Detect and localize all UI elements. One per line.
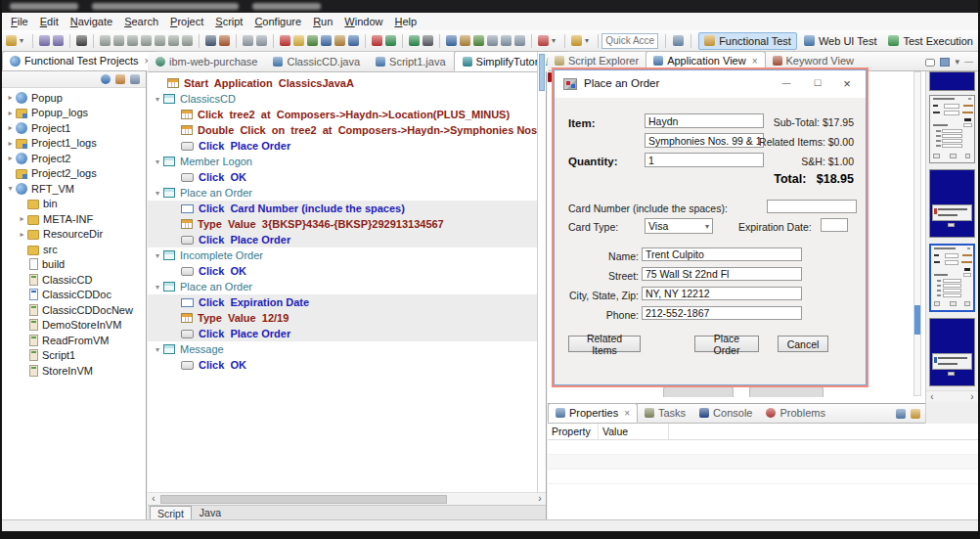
editor-tab-script1-java[interactable]: Script1.java xyxy=(368,51,453,71)
tree-item-demostoreinvm[interactable]: DemoStoreInVM xyxy=(2,318,146,334)
script-step[interactable]: Click OK xyxy=(148,263,546,279)
dialog-titlebar[interactable]: Place an Order xyxy=(555,70,866,98)
pin-icon[interactable] xyxy=(911,409,920,419)
tree-item-rft-vm[interactable]: ▾RFT_VM xyxy=(2,181,146,197)
step-over-icon[interactable] xyxy=(168,35,179,46)
editor-vscrollbar[interactable] xyxy=(537,52,546,519)
save-icon[interactable] xyxy=(39,35,50,46)
tree-item-build[interactable]: build xyxy=(2,257,146,273)
menu-window[interactable]: Window xyxy=(338,15,388,28)
script-group[interactable]: ▾Incomplete Order xyxy=(148,247,546,263)
dialog-close-icon[interactable] xyxy=(840,76,854,91)
tree-item-classiccddoc[interactable]: ClassicCDDoc xyxy=(2,288,146,303)
pause-icon[interactable] xyxy=(113,35,124,46)
editor-tab-ibm-web-purchase[interactable]: ibm-web-purchase xyxy=(148,51,265,71)
place-order-button[interactable]: Place Order xyxy=(694,336,759,352)
script-step[interactable]: Click tree2 at Composers->Haydn->Locatio… xyxy=(148,107,546,122)
script-group[interactable]: ▾ClassicsCD xyxy=(148,91,546,107)
group-expanded-icon[interactable]: ▾ xyxy=(152,189,163,198)
tree-collapsed-icon[interactable]: ▸ xyxy=(5,93,16,102)
tab-java[interactable]: Java xyxy=(192,506,229,519)
save-all-icon[interactable] xyxy=(53,35,64,46)
profile-icon[interactable] xyxy=(141,35,152,46)
screenshot-thumb-3[interactable] xyxy=(929,169,975,238)
quick-access-input[interactable] xyxy=(601,33,658,49)
group-expanded-icon[interactable]: ▾ xyxy=(152,157,163,166)
screenshot-thumb-4[interactable] xyxy=(929,244,975,312)
tree-item-resourcedir[interactable]: ▸ResourceDir xyxy=(2,227,146,243)
tree-item-readfromvm[interactable]: ReadFromVM xyxy=(2,333,146,348)
city-state-zip-field[interactable] xyxy=(642,287,802,300)
step-into-icon[interactable] xyxy=(155,35,165,46)
scroll-left-icon[interactable] xyxy=(926,391,938,404)
card-type-select[interactable]: Visa xyxy=(645,218,713,234)
tab-tasks[interactable]: Tasks xyxy=(638,403,692,423)
close-icon[interactable] xyxy=(750,55,758,67)
script-step[interactable]: Click Place Order xyxy=(148,232,546,247)
script-step[interactable]: Click Place Order xyxy=(148,138,546,154)
run-config-icon[interactable] xyxy=(409,35,420,46)
perspective-web-ui-test[interactable]: Web UI Test xyxy=(799,33,882,49)
collapse-all-icon[interactable] xyxy=(101,74,111,84)
quantity-field[interactable] xyxy=(645,153,764,167)
open-test-object-icon[interactable] xyxy=(334,35,345,46)
menu-project[interactable]: Project xyxy=(164,15,209,28)
cancel-button[interactable]: Cancel xyxy=(778,336,828,352)
scroll-right-icon[interactable] xyxy=(966,391,978,404)
script-group[interactable]: ▾Message xyxy=(148,341,546,357)
tab-problems[interactable]: Problems xyxy=(759,403,831,423)
card-number-field[interactable] xyxy=(767,200,857,213)
view-menu-icon[interactable] xyxy=(130,74,140,84)
menu-help[interactable]: Help xyxy=(388,15,423,28)
script-step[interactable]: Click OK xyxy=(148,357,546,373)
expiration-field[interactable] xyxy=(821,218,848,232)
browser-manager-icon[interactable] xyxy=(348,35,359,46)
script-step[interactable]: Click OK xyxy=(148,169,546,185)
view-menu-icon[interactable] xyxy=(955,58,959,67)
item-field-2[interactable] xyxy=(645,133,764,148)
tree-item-storeinvm[interactable]: StoreInVM xyxy=(2,363,146,379)
record-monitor-icon[interactable] xyxy=(372,35,382,46)
scrollbar-thumb[interactable] xyxy=(160,495,447,504)
tab-script[interactable]: Script xyxy=(150,506,192,519)
redo-icon[interactable] xyxy=(256,35,267,46)
perspective-functional-test[interactable]: Functional Test xyxy=(698,32,797,50)
tree-item-popup-logs[interactable]: ▸Popup_logs xyxy=(2,106,146,121)
table-row[interactable] xyxy=(548,470,978,484)
script-step[interactable]: Start Application ClassicsJavaA xyxy=(148,75,546,91)
screenshot-icon[interactable] xyxy=(940,58,950,67)
insert-vp-icon[interactable] xyxy=(473,35,484,46)
script-group[interactable]: ▾Place an Order xyxy=(148,279,546,294)
find-literals-icon[interactable] xyxy=(460,35,470,46)
editor-hscrollbar[interactable] xyxy=(148,492,546,505)
tree-collapsed-icon[interactable]: ▸ xyxy=(5,109,16,117)
item-field-1[interactable] xyxy=(645,113,764,128)
tree-item-popup[interactable]: ▸Popup xyxy=(2,90,146,106)
tree-item-src[interactable]: src xyxy=(2,242,146,257)
run-icon[interactable] xyxy=(100,35,111,46)
insert-recording-icon[interactable] xyxy=(219,35,230,46)
highlight-icon[interactable] xyxy=(571,35,582,46)
step-return-icon[interactable] xyxy=(182,35,193,46)
chevron-down-icon[interactable] xyxy=(552,36,558,45)
playback-icon[interactable] xyxy=(385,35,396,46)
tab-console[interactable]: Console xyxy=(692,403,759,423)
chevron-down-icon[interactable] xyxy=(20,36,26,45)
script-step[interactable]: Type Value 12/19 xyxy=(148,310,546,326)
screenshot-thumb-1[interactable] xyxy=(929,71,975,91)
tree-collapsed-icon[interactable]: ▸ xyxy=(5,139,16,148)
tree-item-project2[interactable]: ▸Project2 xyxy=(2,151,146,166)
chevron-down-icon[interactable] xyxy=(585,36,592,45)
menu-script[interactable]: Script xyxy=(209,15,248,28)
thumbnails-hscrollbar[interactable] xyxy=(926,390,978,402)
appview-vscrollbar[interactable] xyxy=(913,71,921,396)
column-property[interactable]: Property xyxy=(548,424,599,439)
debug-config-icon[interactable] xyxy=(423,35,433,46)
test-object-icon[interactable] xyxy=(538,35,549,46)
menu-edit[interactable]: Edit xyxy=(34,15,65,28)
dialog-minimize-icon[interactable] xyxy=(780,76,793,88)
dialog-maximize-icon[interactable] xyxy=(811,76,824,88)
merge-icon[interactable] xyxy=(487,35,498,46)
menu-search[interactable]: Search xyxy=(118,15,164,28)
tab-properties[interactable]: Properties xyxy=(548,403,638,423)
